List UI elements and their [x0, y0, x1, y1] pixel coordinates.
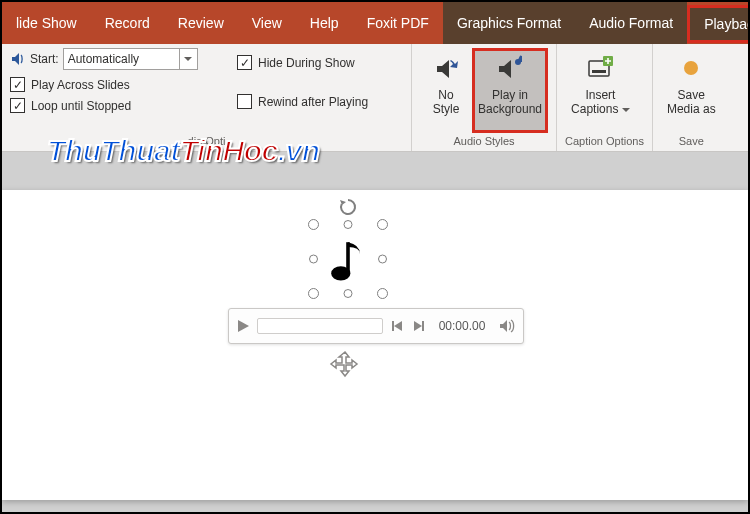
button-label: Play in Background	[478, 88, 542, 116]
no-style-icon	[429, 52, 463, 86]
tab-label: Help	[310, 15, 339, 31]
checkbox-label: Play Across Slides	[31, 78, 130, 92]
tab-label: Record	[105, 15, 150, 31]
tab-playback[interactable]: Playback	[687, 5, 750, 43]
checkbox-label: Hide During Show	[258, 56, 355, 70]
checkbox-hide-during-show[interactable]: Hide During Show	[237, 55, 368, 70]
svg-point-4	[684, 61, 698, 75]
audio-object[interactable]	[314, 225, 382, 293]
button-label: No Style	[433, 88, 460, 116]
resize-handle[interactable]	[308, 288, 319, 299]
resize-handle[interactable]	[377, 219, 388, 230]
checkbox-box	[10, 77, 25, 92]
play-in-background-button[interactable]: Play in Background	[472, 48, 548, 133]
group-label: Save	[661, 133, 722, 149]
button-label: Save Media as	[667, 88, 716, 116]
play-button[interactable]	[235, 318, 251, 334]
insert-captions-button[interactable]: Insert Captions	[565, 48, 636, 133]
tab-help[interactable]: Help	[296, 2, 353, 44]
volume-button[interactable]	[497, 319, 517, 333]
start-label: Start:	[30, 52, 59, 66]
svg-rect-6	[392, 321, 394, 331]
resize-handle[interactable]	[308, 219, 319, 230]
tab-record[interactable]: Record	[91, 2, 164, 44]
save-media-as-button[interactable]: Save Media as	[661, 48, 722, 133]
group-audio-styles: No Style Play in Background Audio Styles	[412, 44, 557, 151]
tab-label: Playback	[704, 16, 750, 32]
tab-slideshow[interactable]: lide Show	[2, 2, 91, 44]
play-background-icon	[493, 52, 527, 86]
checkbox-box	[10, 98, 25, 113]
resize-handle[interactable]	[344, 289, 353, 298]
resize-handle[interactable]	[344, 220, 353, 229]
group-label: dio Opti	[10, 133, 403, 149]
seek-track[interactable]	[257, 318, 383, 334]
start-value: Automatically	[68, 52, 139, 66]
resize-handle[interactable]	[377, 288, 388, 299]
skip-forward-button[interactable]	[411, 320, 427, 332]
tab-view[interactable]: View	[238, 2, 296, 44]
captions-icon	[583, 52, 617, 86]
checkbox-label: Rewind after Playing	[258, 95, 368, 109]
checkbox-play-across-slides[interactable]: Play Across Slides	[10, 77, 215, 92]
group-save: Save Media as Save	[653, 44, 730, 151]
tab-label: lide Show	[16, 15, 77, 31]
tab-label: View	[252, 15, 282, 31]
group-audio-options: Start: Automatically Play Across Slides …	[2, 44, 412, 151]
tab-foxit[interactable]: Foxit PDF	[353, 2, 443, 44]
checkbox-box	[237, 55, 252, 70]
svg-rect-7	[422, 321, 424, 331]
checkbox-label: Loop until Stopped	[31, 99, 131, 113]
no-style-button[interactable]: No Style	[420, 48, 472, 133]
svg-rect-2	[592, 70, 606, 73]
tab-label: Graphics Format	[457, 15, 561, 31]
tab-graphics-format[interactable]: Graphics Format	[443, 2, 575, 44]
time-display: 00:00.00	[433, 319, 491, 333]
skip-back-button[interactable]	[389, 320, 405, 332]
tab-label: Review	[178, 15, 224, 31]
checkbox-rewind-after-playing[interactable]: Rewind after Playing	[237, 94, 368, 109]
group-caption-options: Insert Captions Caption Options	[557, 44, 653, 151]
start-dropdown[interactable]: Automatically	[63, 48, 198, 70]
chevron-down-icon	[622, 108, 630, 113]
volume-icon[interactable]	[10, 51, 26, 67]
chevron-down-icon	[179, 49, 197, 69]
checkbox-loop-until-stopped[interactable]: Loop until Stopped	[10, 98, 215, 113]
audio-player: 00:00.00	[228, 308, 524, 344]
button-label: Insert Captions	[571, 88, 630, 116]
group-label: Audio Styles	[420, 133, 548, 149]
ribbon-tabbar: lide Show Record Review View Help Foxit …	[2, 2, 748, 44]
resize-handle[interactable]	[378, 255, 387, 264]
group-label: Caption Options	[565, 133, 644, 149]
tab-label: Foxit PDF	[367, 15, 429, 31]
checkbox-box	[237, 94, 252, 109]
save-media-icon	[674, 52, 708, 86]
slide-canvas[interactable]: 00:00.00	[2, 190, 748, 500]
resize-handle[interactable]	[309, 255, 318, 264]
ribbon: Start: Automatically Play Across Slides …	[2, 44, 748, 152]
music-note-icon	[324, 235, 372, 283]
move-cursor-icon	[329, 350, 361, 382]
tab-review[interactable]: Review	[164, 2, 238, 44]
tab-label: Audio Format	[589, 15, 673, 31]
rotate-handle-icon[interactable]	[338, 197, 358, 217]
tab-audio-format[interactable]: Audio Format	[575, 2, 687, 44]
